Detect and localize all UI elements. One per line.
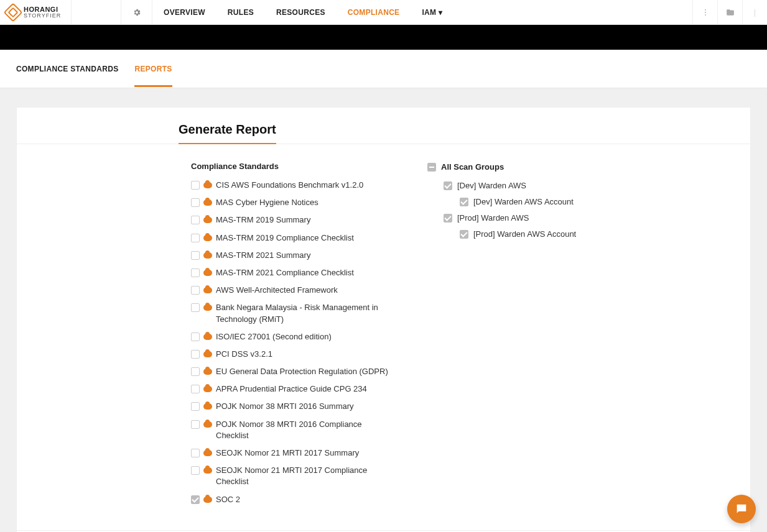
standard-row: MAS-TRM 2019 Summary bbox=[191, 214, 390, 226]
nav-item-compliance[interactable]: COMPLIANCE bbox=[337, 0, 411, 24]
standard-checkbox[interactable] bbox=[191, 495, 200, 504]
scan-groups-column: All Scan Groups [Dev] Warden AWS[Dev] Wa… bbox=[427, 162, 725, 505]
standard-label: SOC 2 bbox=[216, 494, 240, 505]
chevron-down-icon: ▾ bbox=[439, 8, 442, 17]
card-body: Compliance Standards CIS AWS Foundations… bbox=[17, 144, 750, 530]
standard-row: SEOJK Nomor 21 MRTI 2017 Compliance Chec… bbox=[191, 465, 390, 487]
top-nav: HORANGI STORYFIER OVERVIEWRULESRESOURCES… bbox=[0, 0, 767, 25]
standard-checkbox[interactable] bbox=[191, 420, 200, 429]
cloud-icon bbox=[203, 182, 212, 188]
standard-checkbox[interactable] bbox=[191, 449, 200, 457]
cloud-icon bbox=[203, 287, 212, 293]
standard-label: Bank Negara Malaysia - Risk Management i… bbox=[216, 302, 390, 324]
scan-group-row: [Prod] Warden AWS bbox=[427, 213, 725, 222]
standard-row: PCI DSS v3.2.1 bbox=[191, 349, 390, 360]
standard-row: EU General Data Protection Regulation (G… bbox=[191, 366, 390, 377]
scan-group-checkbox[interactable] bbox=[444, 214, 452, 222]
standard-label: MAS-TRM 2021 Compliance Checklist bbox=[216, 267, 354, 278]
chat-fab[interactable] bbox=[727, 495, 756, 523]
nav-item-label: RULES bbox=[228, 8, 254, 17]
more-button[interactable] bbox=[692, 0, 717, 24]
standard-row: MAS-TRM 2021 Compliance Checklist bbox=[191, 267, 390, 278]
all-scan-groups-checkbox[interactable] bbox=[427, 163, 436, 172]
logo-main: HORANGI bbox=[24, 6, 61, 13]
standard-label: ISO/IEC 27001 (Second edition) bbox=[216, 331, 332, 342]
standard-label: AWS Well-Architected Framework bbox=[216, 285, 338, 296]
standard-label: SEOJK Nomor 21 MRTI 2017 Compliance Chec… bbox=[216, 465, 390, 487]
scan-group-row: [Dev] Warden AWS Account bbox=[427, 196, 725, 206]
standard-row: ISO/IEC 27001 (Second edition) bbox=[191, 331, 390, 342]
standard-checkbox[interactable] bbox=[191, 268, 200, 277]
svg-point-2 bbox=[705, 14, 706, 16]
divider-icon-slot: | bbox=[742, 0, 767, 24]
folder-button[interactable] bbox=[717, 0, 742, 24]
scan-groups-tree: [Dev] Warden AWS[Dev] Warden AWS Account… bbox=[427, 180, 725, 239]
standard-row: CIS AWS Foundations Benchmark v1.2.0 bbox=[191, 180, 390, 191]
banner-strip bbox=[0, 25, 767, 50]
standard-checkbox[interactable] bbox=[191, 350, 200, 359]
standard-checkbox[interactable] bbox=[191, 385, 200, 393]
cloud-icon bbox=[203, 421, 212, 428]
cloud-icon bbox=[203, 351, 212, 357]
cloud-icon bbox=[203, 386, 212, 392]
standard-label: SEOJK Nomor 21 MRTI 2017 Summary bbox=[216, 447, 359, 459]
standard-row: SEOJK Nomor 21 MRTI 2017 Summary bbox=[191, 447, 390, 459]
nav-item-label: IAM bbox=[422, 8, 436, 17]
scan-groups-header: All Scan Groups bbox=[427, 162, 725, 172]
nav-spacer-1 bbox=[72, 0, 121, 24]
cloud-icon bbox=[203, 334, 212, 340]
logo-area[interactable]: HORANGI STORYFIER bbox=[0, 0, 72, 24]
report-card: Generate Report Compliance Standards CIS… bbox=[16, 107, 751, 532]
standard-checkbox[interactable] bbox=[191, 181, 200, 190]
nav-items: OVERVIEWRULESRESOURCESCOMPLIANCEIAM▾ bbox=[152, 0, 454, 24]
scan-group-checkbox[interactable] bbox=[460, 230, 468, 239]
scan-group-row: [Prod] Warden AWS Account bbox=[427, 229, 725, 239]
page-wrap: Generate Report Compliance Standards CIS… bbox=[0, 88, 767, 532]
standards-section-title: Compliance Standards bbox=[191, 162, 390, 171]
cloud-icon bbox=[203, 403, 212, 410]
standard-checkbox[interactable] bbox=[191, 198, 200, 207]
logo-sub: STORYFIER bbox=[24, 13, 61, 19]
scan-group-label: [Prod] Warden AWS Account bbox=[473, 229, 576, 239]
cloud-icon bbox=[203, 369, 212, 375]
standard-checkbox[interactable] bbox=[191, 367, 200, 376]
gear-icon bbox=[132, 8, 141, 17]
scan-group-checkbox[interactable] bbox=[460, 198, 468, 206]
standard-checkbox[interactable] bbox=[191, 286, 200, 295]
logo-text: HORANGI STORYFIER bbox=[24, 6, 61, 19]
standard-label: MAS-TRM 2019 Summary bbox=[216, 214, 310, 226]
standard-checkbox[interactable] bbox=[191, 303, 200, 312]
folder-icon bbox=[726, 8, 735, 17]
standard-row: MAS Cyber Hygiene Notices bbox=[191, 197, 390, 208]
svg-point-1 bbox=[705, 12, 706, 13]
cloud-icon bbox=[203, 252, 212, 259]
settings-button[interactable] bbox=[121, 0, 152, 24]
sub-tab-reports[interactable]: REPORTS bbox=[134, 51, 172, 87]
generate-report-title: Generate Report bbox=[179, 122, 276, 144]
nav-item-rules[interactable]: RULES bbox=[216, 0, 265, 24]
sub-tabs: COMPLIANCE STANDARDSREPORTS bbox=[0, 50, 767, 88]
standard-checkbox[interactable] bbox=[191, 251, 200, 260]
standard-row: Bank Negara Malaysia - Risk Management i… bbox=[191, 302, 390, 324]
chat-icon bbox=[735, 502, 748, 516]
standard-row: MAS-TRM 2021 Summary bbox=[191, 250, 390, 261]
nav-item-overview[interactable]: OVERVIEW bbox=[152, 0, 216, 24]
standard-checkbox[interactable] bbox=[191, 234, 200, 242]
cloud-icon bbox=[203, 450, 212, 456]
sub-tab-compliance-standards[interactable]: COMPLIANCE STANDARDS bbox=[16, 51, 118, 87]
standard-checkbox[interactable] bbox=[191, 216, 200, 224]
standard-label: EU General Data Protection Regulation (G… bbox=[216, 366, 388, 377]
standard-checkbox[interactable] bbox=[191, 402, 200, 411]
nav-item-resources[interactable]: RESOURCES bbox=[265, 0, 337, 24]
standard-row: POJK Nomor 38 MRTI 2016 Summary bbox=[191, 401, 390, 412]
nav-item-iam[interactable]: IAM▾ bbox=[411, 0, 453, 24]
cloud-icon bbox=[203, 467, 212, 474]
nav-item-label: OVERVIEW bbox=[164, 8, 205, 17]
standard-checkbox[interactable] bbox=[191, 466, 200, 475]
standard-checkbox[interactable] bbox=[191, 332, 200, 341]
scan-groups-title: All Scan Groups bbox=[441, 162, 504, 172]
nav-item-label: RESOURCES bbox=[276, 8, 325, 17]
card-header: Generate Report bbox=[17, 108, 750, 144]
cloud-icon bbox=[203, 200, 212, 206]
scan-group-checkbox[interactable] bbox=[444, 181, 452, 190]
